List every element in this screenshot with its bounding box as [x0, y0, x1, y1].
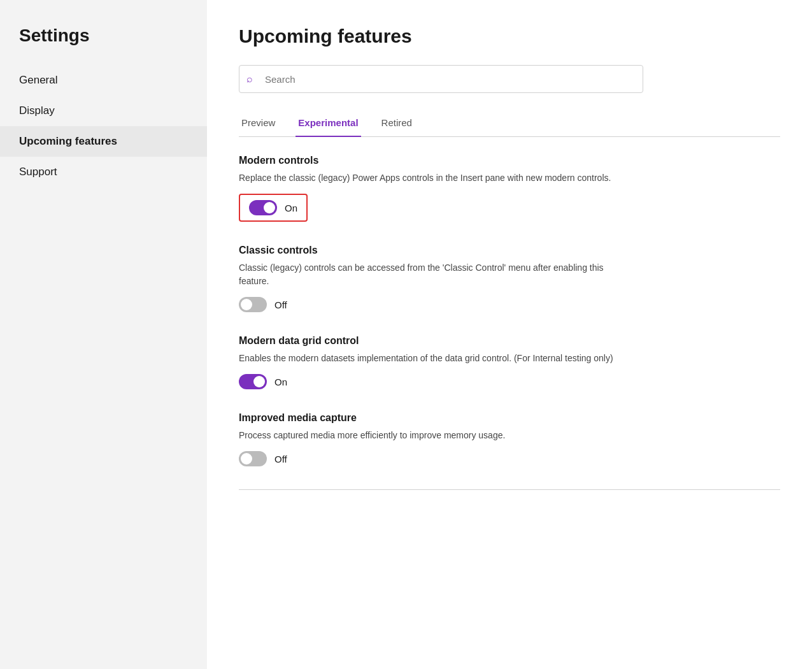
feature-desc-improved-media-capture: Process captured media more efficiently …: [239, 429, 634, 442]
classic-controls-toggle-label: Off: [274, 299, 287, 310]
tab-retired[interactable]: Retired: [379, 111, 415, 137]
feature-desc-modern-controls: Replace the classic (legacy) Power Apps …: [239, 171, 634, 185]
feature-title-modern-data-grid: Modern data grid control: [239, 335, 780, 347]
modern-controls-toggle-label: On: [285, 203, 297, 213]
sidebar-nav: General Display Upcoming features Suppor…: [0, 65, 207, 187]
feature-modern-data-grid: Modern data grid control Enables the mod…: [239, 335, 780, 389]
modern-controls-toggle-highlight: On: [239, 194, 308, 222]
sidebar: Settings General Display Upcoming featur…: [0, 0, 207, 669]
tab-preview[interactable]: Preview: [239, 111, 278, 137]
feature-classic-controls: Classic controls Classic (legacy) contro…: [239, 245, 780, 312]
feature-desc-classic-controls: Classic (legacy) controls can be accesse…: [239, 261, 634, 288]
sidebar-item-general[interactable]: General: [0, 65, 207, 96]
feature-title-modern-controls: Modern controls: [239, 155, 780, 166]
feature-desc-modern-data-grid: Enables the modern datasets implementati…: [239, 352, 634, 365]
improved-media-capture-toggle-label: Off: [274, 454, 287, 464]
feature-modern-controls: Modern controls Replace the classic (leg…: [239, 155, 780, 222]
classic-controls-toggle-row: Off: [239, 297, 780, 312]
search-input[interactable]: [239, 65, 643, 93]
bottom-divider: [239, 489, 780, 490]
improved-media-capture-toggle[interactable]: [239, 451, 267, 466]
modern-data-grid-toggle-label: On: [274, 377, 287, 387]
feature-improved-media-capture: Improved media capture Process captured …: [239, 412, 780, 466]
search-container: ⌕: [239, 65, 780, 93]
feature-title-classic-controls: Classic controls: [239, 245, 780, 256]
sidebar-item-support[interactable]: Support: [0, 157, 207, 187]
sidebar-item-display[interactable]: Display: [0, 96, 207, 126]
tab-experimental[interactable]: Experimental: [296, 111, 360, 137]
tabs: Preview Experimental Retired: [239, 111, 780, 137]
modern-controls-toggle[interactable]: [249, 200, 277, 215]
main-content: Upcoming features ⌕ Preview Experimental…: [207, 0, 812, 669]
search-icon: ⌕: [246, 73, 253, 85]
modern-data-grid-toggle[interactable]: [239, 374, 267, 389]
modern-data-grid-toggle-row: On: [239, 374, 780, 389]
sidebar-title: Settings: [0, 25, 207, 65]
improved-media-capture-toggle-row: Off: [239, 451, 780, 466]
sidebar-item-upcoming-features[interactable]: Upcoming features: [0, 126, 207, 157]
page-title: Upcoming features: [239, 25, 780, 47]
feature-title-improved-media-capture: Improved media capture: [239, 412, 780, 424]
classic-controls-toggle[interactable]: [239, 297, 267, 312]
